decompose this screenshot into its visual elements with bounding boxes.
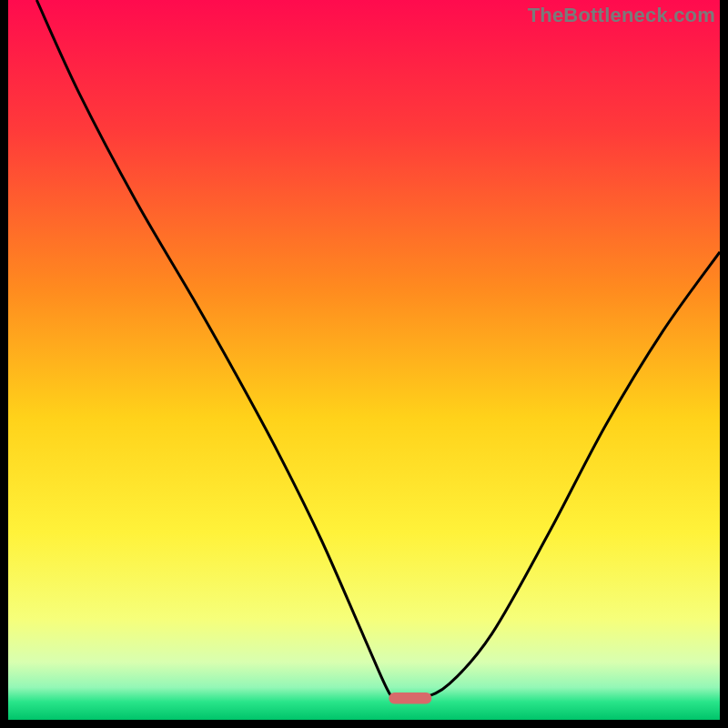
optimal-marker [389,693,431,704]
watermark-label: TheBottleneck.com [528,4,715,27]
chart-frame [8,0,720,720]
bottleneck-chart [8,0,720,720]
gradient-background [8,0,720,720]
